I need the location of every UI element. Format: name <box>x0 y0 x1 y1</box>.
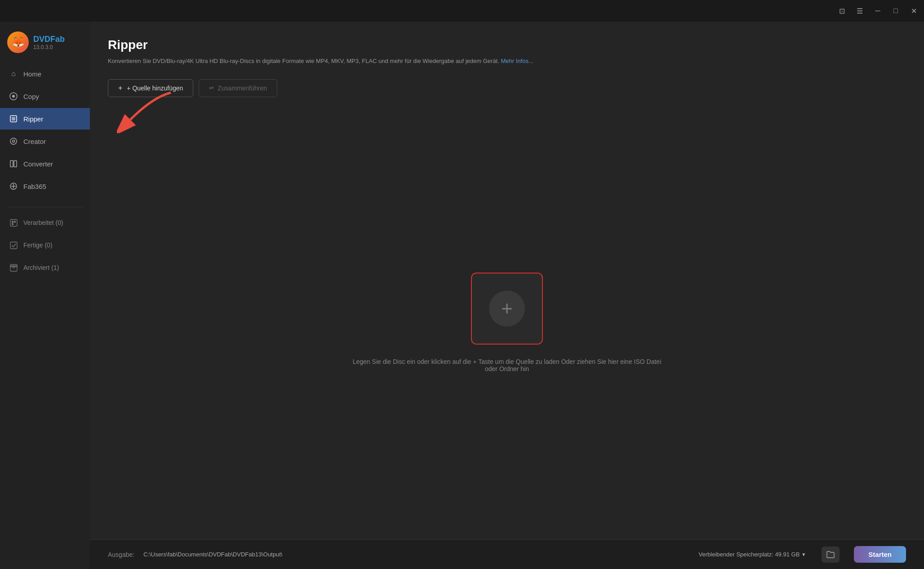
page-subtitle: Konvertieren Sie DVD/Blu-ray/4K Ultra HD… <box>108 57 906 66</box>
drop-hint: Legen Sie die Disc ein oder klicken auf … <box>350 358 664 372</box>
footer: Ausgabe: C:\Users\fab\Documents\DVDFab\D… <box>90 539 924 569</box>
app-version: 13.0.3.0 <box>33 44 65 50</box>
ripper-icon <box>9 114 18 123</box>
svg-rect-13 <box>10 242 17 249</box>
main-content: Ripper Konvertieren Sie DVD/Blu-ray/4K U… <box>90 22 924 569</box>
svg-rect-10 <box>12 221 13 223</box>
queue-item-processing[interactable]: Verarbeitet (0) <box>0 212 90 233</box>
output-label: Ausgabe: <box>108 551 134 558</box>
sidebar-label-fab365: Fab365 <box>23 183 46 190</box>
sidebar-item-home[interactable]: ⌂ Home <box>0 63 90 85</box>
storage-info: Verbleibender Speicherplatz: 49.91 GB ▾ <box>699 551 806 558</box>
copy-icon <box>9 92 18 101</box>
drop-zone-container: + Legen Sie die Disc ein oder klicken au… <box>90 106 924 540</box>
processing-icon <box>9 218 18 227</box>
home-icon: ⌂ <box>9 69 18 78</box>
queue-item-finished[interactable]: Fertige (0) <box>0 234 90 256</box>
drop-box[interactable]: + <box>471 273 543 345</box>
toolbar: + + Quelle hinzufügen ⇌ Zusammenführen <box>90 75 924 106</box>
maximize-btn[interactable]: □ <box>891 6 901 16</box>
sidebar-label-ripper: Ripper <box>23 115 43 123</box>
finished-icon <box>9 241 18 250</box>
sidebar-divider <box>7 207 83 207</box>
svg-point-5 <box>13 140 15 143</box>
logo-text: DVDFab 13.0.3.0 <box>33 35 65 50</box>
plus-icon: + <box>501 299 513 318</box>
queue-label-finished: Fertige (0) <box>23 242 53 249</box>
converter-icon <box>9 159 18 168</box>
logo-section: 🦊 DVDFab 13.0.3.0 <box>0 22 90 63</box>
add-source-icon: + <box>118 84 122 92</box>
creator-icon <box>9 137 18 146</box>
more-info-link[interactable]: Mehr Infos... <box>501 58 533 64</box>
content-header: Ripper Konvertieren Sie DVD/Blu-ray/4K U… <box>90 22 924 75</box>
title-bar: ⊡ ☰ ─ □ ✕ <box>0 0 924 22</box>
sidebar-label-creator: Creator <box>23 138 46 145</box>
svg-rect-3 <box>12 117 15 121</box>
fab365-icon <box>9 182 18 191</box>
svg-rect-9 <box>10 220 17 226</box>
app-name: DVDFab <box>33 35 65 44</box>
svg-rect-7 <box>14 161 17 167</box>
window-controls: ⊡ ☰ ─ □ ✕ <box>837 6 919 16</box>
minimize-btn[interactable]: ─ <box>873 6 883 16</box>
sidebar-item-copy[interactable]: Copy <box>0 85 90 107</box>
window-icon-btn[interactable]: ⊡ <box>837 6 847 16</box>
storage-dropdown-icon[interactable]: ▾ <box>802 551 805 558</box>
sidebar-item-converter[interactable]: Converter <box>0 153 90 175</box>
sidebar-item-creator[interactable]: Creator <box>0 130 90 152</box>
merge-button[interactable]: ⇌ Zusammenführen <box>199 79 277 97</box>
sidebar-item-ripper[interactable]: Ripper <box>0 108 90 130</box>
page-title: Ripper <box>108 38 906 52</box>
start-button[interactable]: Starten <box>854 546 906 563</box>
sidebar-label-converter: Converter <box>23 160 53 168</box>
sidebar-label-home: Home <box>23 70 41 78</box>
sidebar: 🦊 DVDFab 13.0.3.0 ⌂ Home <box>0 22 90 569</box>
logo-icon: 🦊 <box>7 31 29 53</box>
svg-point-4 <box>10 138 17 144</box>
svg-rect-6 <box>10 161 13 167</box>
folder-icon <box>826 551 835 558</box>
folder-button[interactable] <box>822 547 840 563</box>
merge-icon: ⇌ <box>209 85 214 91</box>
plus-circle: + <box>489 291 525 327</box>
close-btn[interactable]: ✕ <box>909 6 919 16</box>
sidebar-item-fab365[interactable]: Fab365 <box>0 175 90 197</box>
queue-item-archived[interactable]: Archiviert (1) <box>0 257 90 278</box>
queue-label-processing: Verarbeitet (0) <box>23 219 63 226</box>
storage-text: Verbleibender Speicherplatz: 49.91 GB <box>699 551 800 558</box>
archived-icon <box>9 263 18 272</box>
sidebar-label-copy: Copy <box>23 93 39 100</box>
nav-section: ⌂ Home Copy <box>0 63 90 202</box>
output-path: C:\Users\fab\Documents\DVDFab\DVDFab13\O… <box>143 551 689 558</box>
menu-btn[interactable]: ☰ <box>855 6 865 16</box>
svg-point-1 <box>12 95 15 98</box>
svg-rect-12 <box>12 223 13 225</box>
app-body: 🦊 DVDFab 13.0.3.0 ⌂ Home <box>0 22 924 569</box>
svg-rect-11 <box>14 221 16 223</box>
queue-label-archived: Archiviert (1) <box>23 264 59 271</box>
queue-section: Verarbeitet (0) Fertige (0) <box>0 212 90 278</box>
add-source-button[interactable]: + + Quelle hinzufügen <box>108 79 193 97</box>
